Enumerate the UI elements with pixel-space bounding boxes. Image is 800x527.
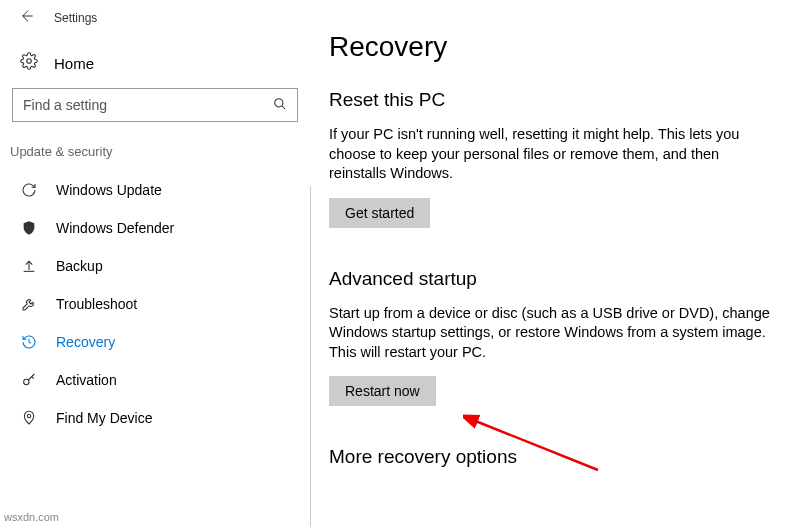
- sidebar-item-activation[interactable]: Activation: [6, 361, 304, 399]
- restart-now-button[interactable]: Restart now: [329, 376, 436, 406]
- get-started-button[interactable]: Get started: [329, 198, 430, 228]
- wrench-icon: [20, 296, 38, 312]
- sidebar-item-windows-update[interactable]: Windows Update: [6, 171, 304, 209]
- advanced-description: Start up from a device or disc (such as …: [329, 304, 770, 363]
- search-input[interactable]: [23, 97, 273, 113]
- sidebar-item-label: Troubleshoot: [56, 296, 137, 312]
- reset-description: If your PC isn't running well, resetting…: [329, 125, 770, 184]
- sidebar-item-label: Windows Update: [56, 182, 162, 198]
- more-recovery-section: More recovery options: [329, 446, 770, 468]
- svg-point-6: [24, 379, 29, 384]
- svg-line-3: [282, 105, 286, 109]
- backup-icon: [20, 258, 38, 274]
- back-arrow-icon[interactable]: [18, 8, 34, 28]
- sidebar-item-troubleshoot[interactable]: Troubleshoot: [6, 285, 304, 323]
- sidebar-item-label: Activation: [56, 372, 117, 388]
- sync-icon: [20, 182, 38, 198]
- window-title: Settings: [54, 11, 97, 25]
- reset-pc-section: Reset this PC If your PC isn't running w…: [329, 89, 770, 228]
- home-label: Home: [54, 55, 94, 72]
- sidebar-item-windows-defender[interactable]: Windows Defender: [6, 209, 304, 247]
- gear-icon: [20, 52, 38, 74]
- shield-icon: [20, 220, 38, 236]
- history-icon: [20, 334, 38, 350]
- page-title: Recovery: [329, 31, 770, 63]
- more-heading: More recovery options: [329, 446, 770, 468]
- sidebar-item-find-my-device[interactable]: Find My Device: [6, 399, 304, 437]
- search-box[interactable]: [12, 88, 298, 122]
- sidebar-item-label: Windows Defender: [56, 220, 174, 236]
- sidebar: Home Update & security Windows Update Wi…: [0, 36, 310, 527]
- sidebar-item-label: Recovery: [56, 334, 115, 350]
- advanced-heading: Advanced startup: [329, 268, 770, 290]
- section-label: Update & security: [6, 144, 304, 171]
- advanced-startup-section: Advanced startup Start up from a device …: [329, 268, 770, 407]
- sidebar-item-recovery[interactable]: Recovery: [6, 323, 304, 361]
- svg-point-2: [275, 98, 283, 106]
- key-icon: [20, 372, 38, 388]
- location-icon: [20, 410, 38, 426]
- svg-point-1: [27, 59, 32, 64]
- svg-point-7: [27, 414, 30, 417]
- sidebar-item-label: Find My Device: [56, 410, 152, 426]
- search-icon: [273, 97, 287, 114]
- content-pane: Recovery Reset this PC If your PC isn't …: [310, 186, 800, 527]
- sidebar-item-label: Backup: [56, 258, 103, 274]
- reset-heading: Reset this PC: [329, 89, 770, 111]
- watermark: wsxdn.com: [4, 511, 59, 523]
- sidebar-item-backup[interactable]: Backup: [6, 247, 304, 285]
- home-button[interactable]: Home: [6, 46, 304, 88]
